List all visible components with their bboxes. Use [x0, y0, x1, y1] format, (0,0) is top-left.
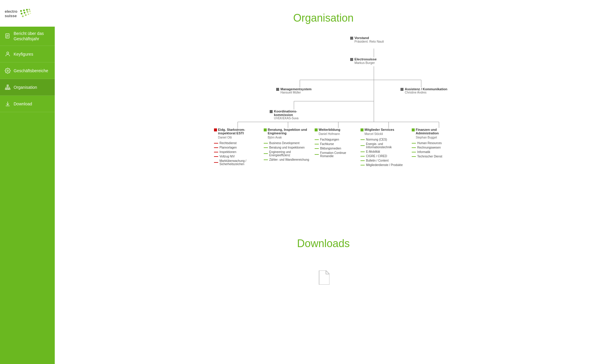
svg-point-17 — [7, 70, 9, 71]
svg-point-9 — [25, 14, 27, 16]
electrosuisse-title: Electrosuisse — [355, 57, 377, 61]
finanzen-item-4: Technischer Dienst — [412, 155, 453, 158]
logo-line1: electro — [5, 9, 17, 14]
management-sub: Hansueli Müller — [281, 91, 312, 94]
assistenz-title: Assistenz / Kommunikation — [405, 87, 448, 91]
svg-point-2 — [26, 9, 28, 11]
downloads-cards — [73, 262, 574, 294]
svg-point-3 — [28, 9, 30, 10]
esti-item-4: Vollzug NIV — [214, 155, 257, 158]
dept-finanzen-title: Finanzen und Administration — [416, 128, 453, 135]
beratung-item-4: Zähler- und Wandlerereichung — [264, 158, 310, 161]
main-content: Organisation — [55, 0, 592, 364]
svg-rect-12 — [6, 34, 9, 38]
document-icon — [5, 33, 11, 39]
dept-beratung: Beratung, Inspektion und Engineering Bjö… — [264, 128, 310, 162]
svg-point-4 — [21, 13, 22, 15]
dept-mitglieder-title: Mitglieder Services — [365, 128, 394, 131]
esti-item-1: Rechtsdienst — [214, 141, 257, 145]
sidebar-label-geschaeft: Geschäftsbereiche — [14, 68, 48, 73]
svg-point-16 — [7, 52, 9, 54]
mitglieder-item-1: Normung (CES) — [361, 138, 408, 141]
dept-weiterbildung-manager: Daniel Hofmann — [315, 132, 356, 136]
sidebar-item-geschaeft[interactable]: Geschäftsbereiche — [0, 62, 55, 79]
dept-mitglieder: Mitglieder Services Marcel Stöckli Normu… — [361, 128, 408, 168]
svg-rect-21 — [9, 88, 10, 89]
download-card[interactable] — [309, 262, 338, 294]
sidebar-label-keyfigures: Keyfigures — [14, 51, 33, 57]
svg-point-8 — [22, 15, 24, 17]
beratung-item-1: Business Development — [264, 141, 310, 145]
file-icon — [318, 270, 329, 285]
dept-beratung-title: Beratung, Inspektion und Engineering — [268, 128, 310, 135]
settings-icon — [5, 68, 11, 74]
koordination-title: Koordinations-kommission — [274, 109, 316, 117]
dept-mitglieder-manager: Marcel Stöckli — [361, 132, 408, 136]
koordination-sub: UVEK/EKAS-Suva — [274, 117, 316, 120]
dept-esti: Eidg. Starkstrom-inspektorat ESTI Daniel… — [214, 128, 257, 167]
weiterbildung-item-4: Formation Continue Romandie — [315, 151, 356, 158]
sidebar-label-bericht: Bericht über das Geschäftsjahr — [14, 31, 50, 41]
svg-point-0 — [20, 10, 22, 12]
vorstand-title: Vorstand — [355, 36, 384, 40]
svg-point-6 — [27, 11, 28, 13]
vorstand-node: Vorstand Präsident: Reto Nauli — [350, 36, 398, 43]
sidebar: electro suisse — [0, 0, 55, 364]
person-icon — [5, 51, 11, 57]
svg-point-11 — [30, 13, 31, 14]
esti-item-5: Marktüberwachung / Sicherheitszeichen — [214, 159, 257, 166]
dept-esti-title: Eidg. Starkstrom-inspektorat ESTI — [218, 128, 257, 135]
electrosuisse-sub: Markus Burger — [355, 61, 377, 65]
esti-item-3: Inspektionen — [214, 150, 257, 154]
downloads-title: Downloads — [73, 237, 574, 250]
svg-point-10 — [28, 14, 29, 15]
mitglieder-item-3: E-Mobilität — [361, 150, 408, 153]
mitglieder-item-4: CIGRE / CIRED — [361, 154, 408, 158]
dept-finanzen: Finanzen und Administration Stephan Bugg… — [412, 128, 453, 159]
org-icon — [5, 84, 11, 90]
svg-point-1 — [23, 9, 25, 11]
weiterbildung-item-3: Bildungsmedien — [315, 147, 356, 150]
dept-beratung-manager: Björn Avak — [264, 136, 310, 139]
svg-rect-18 — [7, 85, 9, 86]
beratung-item-3: Engineering und Energieeffizienz — [264, 150, 310, 157]
dept-weiterbildung-title: Weiterbildung — [319, 128, 340, 131]
dept-weiterbildung: Weiterbildung Daniel Hofmann Fachtagunge… — [315, 128, 356, 159]
finanzen-item-3: Informatik — [412, 150, 453, 154]
koordination-node: Koordinations-kommission UVEK/EKAS-Suva — [270, 109, 316, 120]
sidebar-item-download[interactable]: Download — [0, 96, 55, 112]
weiterbildung-item-2: Fachkurse — [315, 142, 356, 146]
assistenz-node: Assistenz / Kommunikation Christine Andr… — [400, 87, 449, 94]
assistenz-sub: Christine Andres — [405, 91, 448, 94]
org-chart-container: Vorstand Präsident: Reto Nauli Electrosu… — [73, 36, 574, 214]
svg-rect-20 — [7, 88, 9, 89]
mitglieder-item-5: Bulletin / Content — [361, 159, 408, 162]
sidebar-label-organisation: Organisation — [14, 85, 37, 90]
logo: electro suisse — [0, 0, 55, 27]
mitglieder-item-6: Mitgliederdienste / Produkte — [361, 163, 408, 167]
mitglieder-item-2: Energie- und Informationstechnik — [361, 142, 408, 149]
sidebar-item-keyfigures[interactable]: Keyfigures — [0, 46, 55, 62]
svg-point-5 — [24, 12, 25, 14]
svg-rect-19 — [5, 88, 7, 89]
sidebar-label-download: Download — [14, 101, 32, 107]
vorstand-sub: Präsident: Reto Nauli — [355, 40, 384, 43]
electrosuisse-node: Electrosuisse Markus Burger — [350, 57, 398, 65]
download-icon — [5, 101, 11, 107]
weiterbildung-item-1: Fachtagungen — [315, 138, 356, 141]
management-node: Managementsystem Hansueli Müller — [276, 87, 321, 94]
finanzen-item-2: Rechnungswesen — [412, 146, 453, 149]
management-title: Managementsystem — [281, 87, 312, 91]
downloads-section: Downloads — [73, 237, 574, 294]
finanzen-item-1: Human Resources — [412, 141, 453, 145]
download-card-area — [73, 262, 574, 294]
logo-dots-icon — [19, 9, 32, 19]
svg-point-7 — [29, 11, 30, 12]
sidebar-item-organisation[interactable]: Organisation — [0, 79, 55, 96]
esti-item-2: Planvorlagen — [214, 146, 257, 149]
dept-esti-manager: Daniel Otti — [214, 136, 257, 139]
org-section-title: Organisation — [73, 12, 574, 24]
beratung-item-2: Beratung und Inspektionen — [264, 146, 310, 149]
sidebar-item-bericht[interactable]: Bericht über das Geschäftsjahr — [0, 27, 55, 46]
logo-line2: suisse — [5, 14, 17, 18]
